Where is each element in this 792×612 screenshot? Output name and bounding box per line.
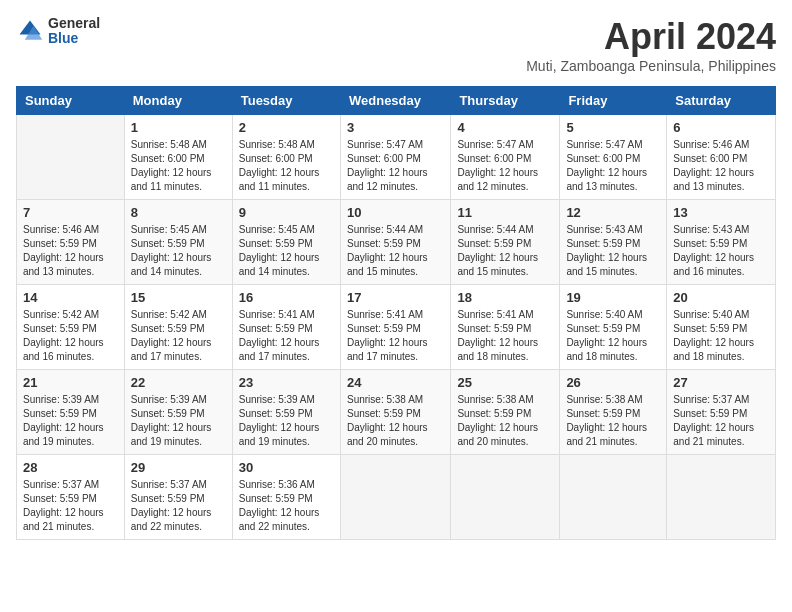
week-row-1: 7Sunrise: 5:46 AM Sunset: 5:59 PM Daylig… [17, 200, 776, 285]
title-section: April 2024 Muti, Zamboanga Peninsula, Ph… [526, 16, 776, 74]
day-info: Sunrise: 5:38 AM Sunset: 5:59 PM Dayligh… [566, 393, 660, 449]
day-number: 2 [239, 120, 334, 135]
day-info: Sunrise: 5:40 AM Sunset: 5:59 PM Dayligh… [673, 308, 769, 364]
day-cell: 14Sunrise: 5:42 AM Sunset: 5:59 PM Dayli… [17, 285, 125, 370]
day-number: 25 [457, 375, 553, 390]
day-number: 17 [347, 290, 444, 305]
calendar-header: SundayMondayTuesdayWednesdayThursdayFrid… [17, 87, 776, 115]
day-cell: 8Sunrise: 5:45 AM Sunset: 5:59 PM Daylig… [124, 200, 232, 285]
day-cell: 5Sunrise: 5:47 AM Sunset: 6:00 PM Daylig… [560, 115, 667, 200]
day-cell: 6Sunrise: 5:46 AM Sunset: 6:00 PM Daylig… [667, 115, 776, 200]
day-number: 10 [347, 205, 444, 220]
day-info: Sunrise: 5:42 AM Sunset: 5:59 PM Dayligh… [23, 308, 118, 364]
week-row-3: 21Sunrise: 5:39 AM Sunset: 5:59 PM Dayli… [17, 370, 776, 455]
header-cell-sunday: Sunday [17, 87, 125, 115]
day-info: Sunrise: 5:37 AM Sunset: 5:59 PM Dayligh… [131, 478, 226, 534]
day-cell: 10Sunrise: 5:44 AM Sunset: 5:59 PM Dayli… [340, 200, 450, 285]
day-info: Sunrise: 5:44 AM Sunset: 5:59 PM Dayligh… [347, 223, 444, 279]
day-info: Sunrise: 5:39 AM Sunset: 5:59 PM Dayligh… [131, 393, 226, 449]
page-header: General Blue April 2024 Muti, Zamboanga … [16, 16, 776, 74]
day-info: Sunrise: 5:46 AM Sunset: 6:00 PM Dayligh… [673, 138, 769, 194]
day-info: Sunrise: 5:43 AM Sunset: 5:59 PM Dayligh… [673, 223, 769, 279]
day-cell: 11Sunrise: 5:44 AM Sunset: 5:59 PM Dayli… [451, 200, 560, 285]
day-info: Sunrise: 5:47 AM Sunset: 6:00 PM Dayligh… [347, 138, 444, 194]
day-cell: 29Sunrise: 5:37 AM Sunset: 5:59 PM Dayli… [124, 455, 232, 540]
day-cell: 27Sunrise: 5:37 AM Sunset: 5:59 PM Dayli… [667, 370, 776, 455]
day-info: Sunrise: 5:37 AM Sunset: 5:59 PM Dayligh… [673, 393, 769, 449]
header-cell-thursday: Thursday [451, 87, 560, 115]
day-info: Sunrise: 5:44 AM Sunset: 5:59 PM Dayligh… [457, 223, 553, 279]
day-info: Sunrise: 5:47 AM Sunset: 6:00 PM Dayligh… [566, 138, 660, 194]
day-info: Sunrise: 5:41 AM Sunset: 5:59 PM Dayligh… [457, 308, 553, 364]
day-number: 21 [23, 375, 118, 390]
day-cell: 18Sunrise: 5:41 AM Sunset: 5:59 PM Dayli… [451, 285, 560, 370]
calendar-body: 1Sunrise: 5:48 AM Sunset: 6:00 PM Daylig… [17, 115, 776, 540]
day-number: 11 [457, 205, 553, 220]
day-info: Sunrise: 5:43 AM Sunset: 5:59 PM Dayligh… [566, 223, 660, 279]
week-row-4: 28Sunrise: 5:37 AM Sunset: 5:59 PM Dayli… [17, 455, 776, 540]
day-number: 18 [457, 290, 553, 305]
header-row: SundayMondayTuesdayWednesdayThursdayFrid… [17, 87, 776, 115]
day-info: Sunrise: 5:48 AM Sunset: 6:00 PM Dayligh… [131, 138, 226, 194]
day-number: 30 [239, 460, 334, 475]
day-cell: 23Sunrise: 5:39 AM Sunset: 5:59 PM Dayli… [232, 370, 340, 455]
day-cell: 15Sunrise: 5:42 AM Sunset: 5:59 PM Dayli… [124, 285, 232, 370]
day-info: Sunrise: 5:39 AM Sunset: 5:59 PM Dayligh… [239, 393, 334, 449]
day-cell [667, 455, 776, 540]
day-info: Sunrise: 5:36 AM Sunset: 5:59 PM Dayligh… [239, 478, 334, 534]
day-number: 5 [566, 120, 660, 135]
day-info: Sunrise: 5:45 AM Sunset: 5:59 PM Dayligh… [131, 223, 226, 279]
day-info: Sunrise: 5:37 AM Sunset: 5:59 PM Dayligh… [23, 478, 118, 534]
logo-blue-text: Blue [48, 31, 100, 46]
day-number: 20 [673, 290, 769, 305]
day-cell: 20Sunrise: 5:40 AM Sunset: 5:59 PM Dayli… [667, 285, 776, 370]
day-cell: 13Sunrise: 5:43 AM Sunset: 5:59 PM Dayli… [667, 200, 776, 285]
day-cell [17, 115, 125, 200]
day-cell: 25Sunrise: 5:38 AM Sunset: 5:59 PM Dayli… [451, 370, 560, 455]
day-number: 26 [566, 375, 660, 390]
day-number: 14 [23, 290, 118, 305]
day-info: Sunrise: 5:47 AM Sunset: 6:00 PM Dayligh… [457, 138, 553, 194]
day-cell: 4Sunrise: 5:47 AM Sunset: 6:00 PM Daylig… [451, 115, 560, 200]
day-number: 7 [23, 205, 118, 220]
day-number: 1 [131, 120, 226, 135]
calendar-table: SundayMondayTuesdayWednesdayThursdayFrid… [16, 86, 776, 540]
logo: General Blue [16, 16, 100, 47]
day-cell: 2Sunrise: 5:48 AM Sunset: 6:00 PM Daylig… [232, 115, 340, 200]
day-cell: 7Sunrise: 5:46 AM Sunset: 5:59 PM Daylig… [17, 200, 125, 285]
day-number: 6 [673, 120, 769, 135]
day-number: 22 [131, 375, 226, 390]
day-info: Sunrise: 5:46 AM Sunset: 5:59 PM Dayligh… [23, 223, 118, 279]
day-cell: 3Sunrise: 5:47 AM Sunset: 6:00 PM Daylig… [340, 115, 450, 200]
day-cell: 22Sunrise: 5:39 AM Sunset: 5:59 PM Dayli… [124, 370, 232, 455]
day-number: 24 [347, 375, 444, 390]
day-info: Sunrise: 5:39 AM Sunset: 5:59 PM Dayligh… [23, 393, 118, 449]
day-number: 15 [131, 290, 226, 305]
logo-text: General Blue [48, 16, 100, 47]
day-cell [560, 455, 667, 540]
day-cell [451, 455, 560, 540]
day-cell: 21Sunrise: 5:39 AM Sunset: 5:59 PM Dayli… [17, 370, 125, 455]
day-number: 19 [566, 290, 660, 305]
day-info: Sunrise: 5:45 AM Sunset: 5:59 PM Dayligh… [239, 223, 334, 279]
day-cell: 9Sunrise: 5:45 AM Sunset: 5:59 PM Daylig… [232, 200, 340, 285]
day-number: 12 [566, 205, 660, 220]
day-number: 29 [131, 460, 226, 475]
day-cell: 12Sunrise: 5:43 AM Sunset: 5:59 PM Dayli… [560, 200, 667, 285]
header-cell-tuesday: Tuesday [232, 87, 340, 115]
day-number: 27 [673, 375, 769, 390]
day-info: Sunrise: 5:48 AM Sunset: 6:00 PM Dayligh… [239, 138, 334, 194]
location: Muti, Zamboanga Peninsula, Philippines [526, 58, 776, 74]
day-number: 4 [457, 120, 553, 135]
day-cell: 1Sunrise: 5:48 AM Sunset: 6:00 PM Daylig… [124, 115, 232, 200]
day-number: 16 [239, 290, 334, 305]
day-number: 13 [673, 205, 769, 220]
day-number: 3 [347, 120, 444, 135]
logo-icon [16, 17, 44, 45]
week-row-2: 14Sunrise: 5:42 AM Sunset: 5:59 PM Dayli… [17, 285, 776, 370]
header-cell-saturday: Saturday [667, 87, 776, 115]
day-info: Sunrise: 5:42 AM Sunset: 5:59 PM Dayligh… [131, 308, 226, 364]
month-title: April 2024 [526, 16, 776, 58]
day-cell: 26Sunrise: 5:38 AM Sunset: 5:59 PM Dayli… [560, 370, 667, 455]
day-info: Sunrise: 5:38 AM Sunset: 5:59 PM Dayligh… [347, 393, 444, 449]
